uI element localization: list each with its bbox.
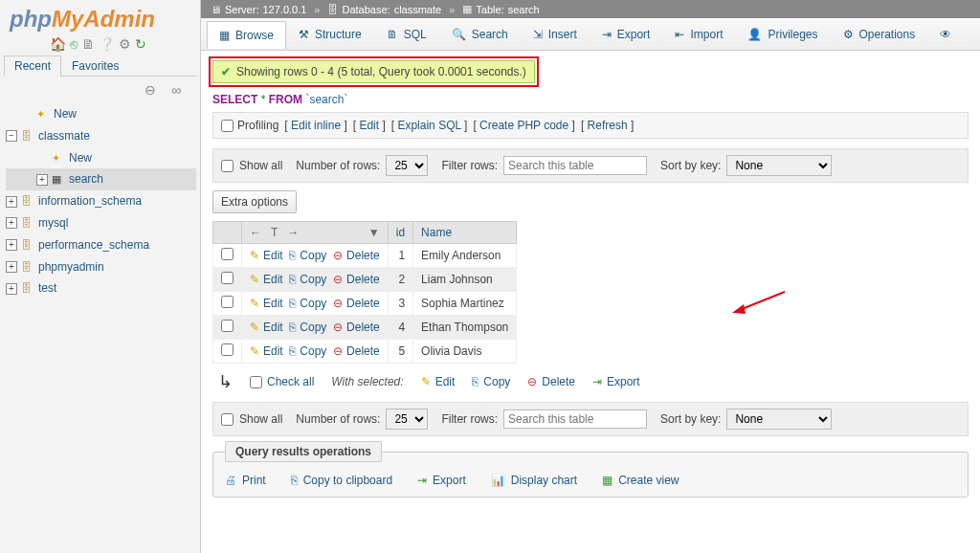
row-delete[interactable]: ⊖Delete <box>333 321 380 334</box>
nav-search[interactable]: 🔍Search <box>439 20 521 48</box>
table-row: ✎Edit ⎘Copy ⊖Delete4Ethan Thompson <box>213 316 517 340</box>
row-edit[interactable]: ✎Edit <box>250 273 283 286</box>
col-name[interactable]: Name <box>413 222 517 244</box>
show-all-checkbox[interactable]: Show all <box>221 159 282 172</box>
nav-more[interactable]: 👁 <box>927 20 964 48</box>
row-checkbox[interactable] <box>221 272 234 284</box>
bulk-copy[interactable]: ⎘Copy <box>472 375 510 388</box>
tree-item-test[interactable]: +🗄test <box>6 277 196 299</box>
row-edit[interactable]: ✎Edit <box>250 321 283 334</box>
show-all-input[interactable] <box>221 160 234 172</box>
bulk-export[interactable]: ⇥Export <box>592 375 640 388</box>
row-checkbox[interactable] <box>221 248 234 260</box>
col-actions: ←T→▼ <box>242 222 389 244</box>
tree-item-phpmyadmin[interactable]: +🗄phpmyadmin <box>6 256 196 278</box>
row-delete[interactable]: ⊖Delete <box>333 297 380 310</box>
nav-browse[interactable]: ▦Browse <box>207 21 286 49</box>
col-id[interactable]: id <box>388 222 412 244</box>
nav-sql[interactable]: 🗎SQL <box>374 20 439 48</box>
num-rows-select[interactable]: 25 <box>386 155 428 176</box>
profiling-input[interactable] <box>221 120 234 132</box>
bulk-delete[interactable]: ⊖Delete <box>527 375 575 388</box>
row-copy[interactable]: ⎘Copy <box>289 273 326 286</box>
row-edit[interactable]: ✎Edit <box>250 344 283 358</box>
check-all-input[interactable] <box>250 376 262 388</box>
expand-icon[interactable]: + <box>6 283 17 295</box>
expand-icon[interactable]: + <box>6 196 17 208</box>
num-rows-label-bottom: Number of rows: <box>296 412 380 426</box>
row-edit[interactable]: ✎Edit <box>250 249 283 262</box>
breadcrumb: 🖥 Server: 127.0.0.1 » 🗄 Database: classm… <box>201 0 980 18</box>
extra-options-button[interactable]: Extra options <box>212 190 297 213</box>
nav-import[interactable]: ⇤Import <box>662 20 735 48</box>
edit-inline-link[interactable]: Edit inline <box>291 119 341 132</box>
check-all-checkbox[interactable]: Check all <box>250 375 314 388</box>
export-button[interactable]: ⇥Export <box>417 474 466 487</box>
sort-select-bottom[interactable]: None <box>726 409 832 430</box>
show-all-checkbox-bottom[interactable]: Show all <box>221 412 282 426</box>
refresh-link[interactable]: Refresh <box>588 119 628 132</box>
tree-item-search[interactable]: +▦search <box>6 168 196 190</box>
tab-favorites[interactable]: Favorites <box>61 55 129 76</box>
row-checkbox[interactable] <box>221 320 234 332</box>
row-delete[interactable]: ⊖Delete <box>333 249 380 262</box>
row-checkbox[interactable] <box>221 296 234 308</box>
docs-icon[interactable]: ❔ <box>99 36 119 52</box>
nav-operations[interactable]: ⚙Operations <box>831 20 928 48</box>
sort-select[interactable]: None <box>726 155 832 176</box>
row-delete[interactable]: ⊖Delete <box>333 273 380 286</box>
collapse-icon[interactable]: − <box>6 130 17 142</box>
tab-recent[interactable]: Recent <box>4 55 61 77</box>
tree-item-performance_schema[interactable]: +🗄performance_schema <box>6 234 196 256</box>
nav-export[interactable]: ⇥Export <box>590 20 663 48</box>
collapse-icons[interactable]: ⊖ ∞ <box>0 82 200 98</box>
filter-input[interactable] <box>503 156 647 175</box>
edit-link[interactable]: Edit <box>359 119 379 132</box>
create-view-button[interactable]: ▦Create view <box>602 474 679 487</box>
filter-input-bottom[interactable] <box>503 409 647 429</box>
exit-icon[interactable]: ⎋ <box>70 36 81 52</box>
server-value[interactable]: 127.0.0.1 <box>262 4 306 15</box>
display-chart-button[interactable]: 📊Display chart <box>491 474 577 487</box>
expand-icon[interactable]: + <box>6 261 17 273</box>
tree-item-classmate[interactable]: −🗄classmate <box>6 125 196 147</box>
expand-icon[interactable]: + <box>6 239 17 251</box>
copy-clipboard-button[interactable]: ⎘Copy to clipboard <box>291 474 392 487</box>
nav-structure[interactable]: ⚒Structure <box>286 20 374 48</box>
database-icon: 🗄 <box>21 235 34 255</box>
refresh-icon[interactable]: ↻ <box>135 36 150 52</box>
sidebar-utility-icons[interactable]: 🏠⎋🗎❔⚙↻ <box>0 34 200 55</box>
gear-icon[interactable]: ⚙ <box>119 36 135 52</box>
row-checkbox[interactable] <box>221 343 234 356</box>
expand-icon[interactable]: + <box>36 174 48 186</box>
row-copy[interactable]: ⎘Copy <box>289 249 326 262</box>
tree-item-new[interactable]: ✦New <box>6 147 196 169</box>
table-value[interactable]: search <box>508 4 540 15</box>
arrow-right-icon[interactable]: → <box>287 226 299 239</box>
explain-sql-link[interactable]: Explain SQL <box>397 119 460 132</box>
sort-t-icon[interactable]: T <box>271 226 278 239</box>
nav-insert[interactable]: ⇲Insert <box>521 20 590 48</box>
sql-icon[interactable]: 🗎 <box>81 36 99 52</box>
profiling-checkbox[interactable]: Profiling <box>221 119 278 132</box>
bulk-edit[interactable]: ✎Edit <box>421 375 456 388</box>
row-delete[interactable]: ⊖Delete <box>333 344 380 358</box>
expand-icon[interactable]: + <box>6 217 17 229</box>
tree-item-mysql[interactable]: +🗄mysql <box>6 212 196 234</box>
arrow-left-icon[interactable]: ← <box>250 226 261 239</box>
row-copy[interactable]: ⎘Copy <box>289 297 326 310</box>
show-all-input-bottom[interactable] <box>221 413 234 426</box>
nav-privileges[interactable]: 👤Privileges <box>735 20 830 48</box>
chevron-down-icon[interactable]: ▼ <box>368 226 380 239</box>
tree-item-information_schema[interactable]: +🗄information_schema <box>6 190 196 212</box>
home-icon[interactable]: 🏠 <box>50 36 70 52</box>
row-edit[interactable]: ✎Edit <box>250 297 283 310</box>
tree-item-new[interactable]: ✦New <box>6 103 196 125</box>
create-php-link[interactable]: Create PHP code <box>479 119 568 132</box>
print-button[interactable]: 🖨Print <box>225 474 266 487</box>
row-copy[interactable]: ⎘Copy <box>289 344 326 358</box>
table-label: Table: <box>476 4 503 15</box>
num-rows-select-bottom[interactable]: 25 <box>386 409 428 430</box>
row-copy[interactable]: ⎘Copy <box>289 321 326 334</box>
database-value[interactable]: classmate <box>394 4 442 15</box>
